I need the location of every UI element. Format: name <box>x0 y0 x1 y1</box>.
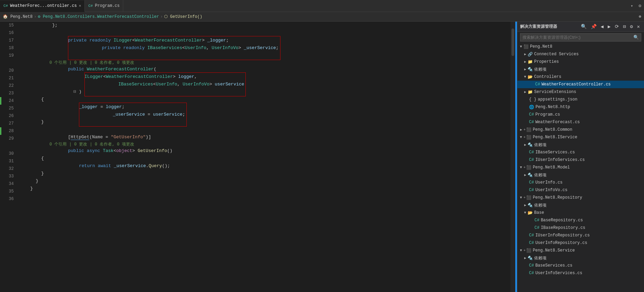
breadcrumb-namespace[interactable]: ⚙ Peng.Net8.Controllers.WeatherForecastC… <box>38 14 159 19</box>
tree-item-userinfoservices[interactable]: C# UserInfoServices.cs <box>517 269 644 277</box>
tree-label-ibaserepository: IBaseRepository.cs <box>541 225 585 230</box>
tree-item-appsettings[interactable]: { } appsettings.json <box>517 96 644 103</box>
arrow-icon: ▶ <box>520 128 522 132</box>
scrollbar-thumb[interactable] <box>511 28 514 56</box>
tree-item-program[interactable]: C# Program.cs <box>517 111 644 118</box>
tree-item-weatherforecast[interactable]: C# WeatherForecast.cs <box>517 118 644 126</box>
dep-icon4: 🔩 <box>528 256 533 261</box>
se-collapse-btn[interactable]: ⊟ <box>622 23 627 30</box>
se-toolbar: 解决方案资源管理器 🔍 📌 ◀ ▶ ⟳ ⊟ ⚙ ✕ <box>517 22 644 32</box>
cs-icon9: C# <box>534 225 539 230</box>
tree-item-iuserinforepo[interactable]: C# IUserInfoRepository.cs <box>517 232 644 239</box>
tab-scroll-arrows[interactable]: ▾ <box>628 3 636 9</box>
tree-label-iuserinfoservices: IUserInfoServices.cs <box>535 157 585 162</box>
tree-item-repo-dep[interactable]: ▶ 🔩 依赖项 <box>517 201 644 209</box>
editor-scrollbar[interactable] <box>510 22 515 292</box>
arrow-icon: ▶ <box>519 166 523 168</box>
tree-item-baserepository[interactable]: C# BaseRepository.cs <box>517 217 644 224</box>
se-search-btn[interactable]: 🔍 <box>579 23 588 30</box>
tree-item-common[interactable]: ▶ + ⬛ Peng.Net8.Common <box>517 126 644 133</box>
tree-item-base-folder[interactable]: ▶ 📂 Base <box>517 209 644 217</box>
plus-icon: + <box>524 128 526 132</box>
tree-item-model-dep[interactable]: ▶ 🔩 依赖项 <box>517 171 644 179</box>
project-icon: ⬛ <box>524 44 529 49</box>
breadcrumb-right-btn[interactable]: ⊕ <box>639 14 641 19</box>
code-line-30: public async Task<object> GetUserInfo() <box>19 147 510 155</box>
tree-label-repo-dep: 依赖项 <box>534 202 547 208</box>
tree-item-ibaserepository[interactable]: C# IBaseRepository.cs <box>517 224 644 232</box>
se-close-btn[interactable]: ✕ <box>636 23 641 30</box>
tree-item-userinfovo[interactable]: C# UserInfoVo.cs <box>517 186 644 194</box>
tree-item-repository[interactable]: ▶ + ⬛ Peng.Net8.Repository <box>517 194 644 201</box>
breadcrumb-project[interactable]: 🏠 Peng.Net8 <box>3 14 33 19</box>
arrow-icon: ▶ <box>519 197 523 199</box>
se-refresh-btn[interactable]: ⟳ <box>613 23 620 30</box>
tree-label-http: Peng.Net8.http <box>536 105 570 109</box>
close-tab-weatherforecast[interactable]: ✕ <box>79 3 81 8</box>
breadcrumb-method[interactable]: ⬡ GetUserInfo() <box>164 14 202 19</box>
arrow-icon: ▶ <box>519 136 523 138</box>
code-line-27: } <box>19 118 510 126</box>
arrow-icon: ▶ <box>524 67 526 71</box>
tree-item-properties[interactable]: ▶ 📁 Properties <box>517 58 644 66</box>
cs-icon2: C# <box>529 112 534 117</box>
code-line-23: ⊟) <box>19 88 510 96</box>
cs-icon3: C# <box>529 120 534 125</box>
tree-label-weatherforecast: WeatherForecast.cs <box>535 120 580 125</box>
tree-label-userinfovo: UserInfoVo.cs <box>535 188 567 192</box>
project-icon6: ⬛ <box>526 248 531 253</box>
se-search-icon: 🔍 <box>631 35 641 40</box>
tree-item-iservice[interactable]: ▶ + ⬛ Peng.Net8.IService <box>517 133 644 141</box>
arrow-icon: ▶ <box>519 46 523 48</box>
cs-icon4: C# <box>529 150 534 155</box>
cs-icon6: C# <box>529 180 534 185</box>
cs-icon13: C# <box>529 271 534 276</box>
plus-icon2: + <box>524 136 526 139</box>
se-back-btn[interactable]: ◀ <box>599 23 605 30</box>
se-forward-btn[interactable]: ▶ <box>606 23 612 30</box>
plus-icon4: + <box>524 196 526 200</box>
tree-item-userinforepo[interactable]: C# UserInfoRepository.cs <box>517 239 644 247</box>
tree-label-model: Peng.Net8.Model <box>533 165 570 170</box>
tree-item-http[interactable]: 🌐 Peng.Net8.http <box>517 103 644 111</box>
tree-item-weatherforecast-controller[interactable]: C# WeatherForecastController.cs <box>517 81 644 88</box>
breadcrumb-bar: 🏠 Peng.Net8 › ⚙ Peng.Net8.Controllers.We… <box>0 12 644 22</box>
tree-label-controllers: Controllers <box>534 74 561 79</box>
arrow-icon: ▶ <box>524 143 526 147</box>
breadcrumb-sep2: › <box>160 14 163 19</box>
cs-icon11: C# <box>529 241 534 245</box>
arrow-icon: ▶ <box>523 76 527 78</box>
cs-icon12: C# <box>529 263 534 268</box>
se-search-input[interactable] <box>520 35 631 40</box>
tree-item-connected-services[interactable]: ▶ 🔗 Connected Services <box>517 50 644 58</box>
tree-item-pengnet8[interactable]: ▶ ⬛ Peng.Net8 <box>517 43 644 50</box>
arrow-icon: ▶ <box>524 173 526 177</box>
tree-label-iservice: Peng.Net8.IService <box>533 135 577 140</box>
tree-item-iuserinfoservices[interactable]: C# IUserInfoServices.cs <box>517 156 644 164</box>
tree-item-iservice-dep[interactable]: ▶ 🔩 依赖项 <box>517 141 644 149</box>
tree-item-controllers[interactable]: ▶ 📂 Controllers <box>517 73 644 81</box>
tree-item-dependencies[interactable]: ▶ 🔩 依赖项 <box>517 66 644 73</box>
tab-program[interactable]: C# Program.cs <box>85 0 123 12</box>
se-properties-btn[interactable]: ⚙ <box>629 23 634 30</box>
tree-item-baseservices[interactable]: C# BaseServices.cs <box>517 262 644 269</box>
tree-item-userinfo[interactable]: C# UserInfo.cs <box>517 179 644 186</box>
settings-icon[interactable]: ⚙ <box>636 3 644 9</box>
tree-item-service-dep[interactable]: ▶ 🔩 依赖项 <box>517 254 644 262</box>
dep-icon3: 🔩 <box>528 203 533 208</box>
tree-item-ibaseservices[interactable]: C# IBaseServices.cs <box>517 149 644 156</box>
code-content[interactable]: }; private readonly ILogger<WeatherForec… <box>19 22 510 292</box>
tree-label-program: Program.cs <box>535 112 560 117</box>
se-pin-btn[interactable]: 📌 <box>589 23 598 30</box>
tab-weatherforecast[interactable]: C# WeatherForec...ontroller.cs ✕ <box>0 0 85 12</box>
tree-label-common: Peng.Net8.Common <box>533 127 572 132</box>
tree-label-dependencies: 依赖项 <box>534 67 547 72</box>
dep-icon: 🔩 <box>528 142 533 148</box>
tree-item-model[interactable]: ▶ + ⬛ Peng.Net8.Model <box>517 164 644 171</box>
resize-handle[interactable] <box>515 22 517 292</box>
tree-label-baseservices: BaseServices.cs <box>535 263 572 268</box>
tree-label-baserepository: BaseRepository.cs <box>541 218 583 223</box>
tree-item-service[interactable]: ▶ + ⬛ Peng.Net8.Service <box>517 247 644 254</box>
arrow-icon: ▶ <box>524 60 526 64</box>
tree-item-serviceextensions[interactable]: ▶ 📁 ServiceExtensions <box>517 88 644 96</box>
